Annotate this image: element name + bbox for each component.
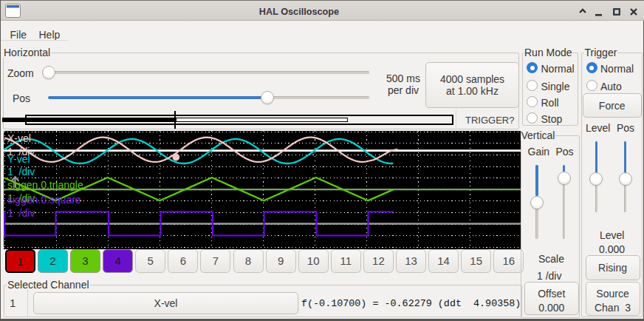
- svg-text:siggen.0.triangle: siggen.0.triangle: [7, 178, 83, 190]
- svg-text:1 /div: 1 /div: [7, 206, 35, 218]
- svg-text:1 /div: 1 /div: [7, 166, 35, 178]
- svg-text:Y-vel: Y-vel: [7, 152, 30, 164]
- svg-text:siggen.0.square: siggen.0.square: [7, 194, 81, 206]
- svg-text:X-vel: X-vel: [7, 132, 31, 143]
